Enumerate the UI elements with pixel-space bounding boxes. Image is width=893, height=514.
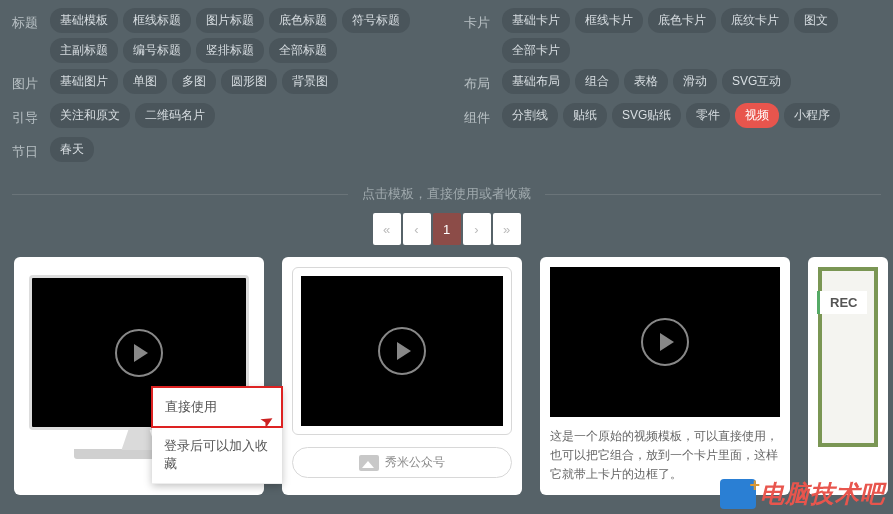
filter-tag[interactable]: 关注和原文 [50, 103, 130, 128]
section-divider: 点击模板，直接使用或者收藏 [0, 185, 893, 203]
login-favorite-menu-item[interactable]: 登录后可以加入收藏 [152, 427, 282, 484]
filter-tag[interactable]: 零件 [686, 103, 730, 128]
filter-tag[interactable]: 框线卡片 [575, 8, 643, 33]
filter-tag[interactable]: 图片标题 [196, 8, 264, 33]
template-card[interactable]: 秀米公众号 [282, 257, 522, 495]
filter-category-label: 节日 [12, 137, 50, 161]
divider-text: 点击模板，直接使用或者收藏 [348, 185, 545, 203]
filter-tag[interactable]: 视频 [735, 103, 779, 128]
filter-tag[interactable]: 图文 [794, 8, 838, 33]
filter-tag[interactable]: 基础模板 [50, 8, 118, 33]
filter-tag[interactable]: 基础卡片 [502, 8, 570, 33]
filter-category-label: 组件 [464, 103, 502, 127]
filter-tag[interactable]: SVG互动 [722, 69, 791, 94]
pagination: « ‹ 1 › » [0, 213, 893, 245]
filter-tag[interactable]: 全部卡片 [502, 38, 570, 63]
filter-tag[interactable]: 底纹卡片 [721, 8, 789, 33]
filter-tag[interactable]: 符号标题 [342, 8, 410, 33]
caption-pill[interactable]: 秀米公众号 [292, 447, 512, 478]
rec-badge: REC [817, 291, 867, 314]
filter-tag[interactable]: 主副标题 [50, 38, 118, 63]
filter-tag[interactable]: 贴纸 [563, 103, 607, 128]
filter-tag[interactable]: SVG贴纸 [612, 103, 681, 128]
watermark-icon [720, 479, 756, 509]
video-preview[interactable] [550, 267, 780, 417]
filter-category-label: 卡片 [464, 8, 502, 32]
video-preview[interactable] [301, 276, 503, 426]
filter-tag[interactable]: 春天 [50, 137, 94, 162]
page-prev-button[interactable]: ‹ [403, 213, 431, 245]
filter-tag[interactable]: 小程序 [784, 103, 840, 128]
template-description: 这是一个原始的视频模板，可以直接使用，也可以把它组合，放到一个卡片里面，这样它就… [550, 427, 780, 485]
page-last-button[interactable]: » [493, 213, 521, 245]
filter-tag[interactable]: 背景图 [282, 69, 338, 94]
watermark: 电脑技术吧 [720, 478, 885, 510]
filter-tag[interactable]: 底色标题 [269, 8, 337, 33]
filter-category-label: 引导 [12, 103, 50, 127]
play-icon [378, 327, 426, 375]
filter-tag[interactable]: 底色卡片 [648, 8, 716, 33]
filter-tag[interactable]: 多图 [172, 69, 216, 94]
template-card[interactable]: 这是一个原始的视频模板，可以直接使用，也可以把它组合，放到一个卡片里面，这样它就… [540, 257, 790, 495]
filter-category-label: 布局 [464, 69, 502, 93]
filter-tag[interactable]: 表格 [624, 69, 668, 94]
use-now-label: 直接使用 [165, 399, 217, 414]
use-now-menu-item[interactable]: 直接使用 ➤ [151, 386, 283, 428]
filter-category-label: 图片 [12, 69, 50, 93]
filter-tag[interactable]: 基础布局 [502, 69, 570, 94]
filter-tag[interactable]: 组合 [575, 69, 619, 94]
filter-tag[interactable]: 圆形图 [221, 69, 277, 94]
page-first-button[interactable]: « [373, 213, 401, 245]
caption-text: 秀米公众号 [385, 454, 445, 471]
play-icon [115, 329, 163, 377]
image-icon [359, 455, 379, 471]
watermark-text: 电脑技术吧 [760, 478, 885, 510]
filter-tag[interactable]: 分割线 [502, 103, 558, 128]
context-menu: 直接使用 ➤ 登录后可以加入收藏 [152, 387, 282, 484]
play-icon [641, 318, 689, 366]
filter-tag[interactable]: 全部标题 [269, 38, 337, 63]
page-number-button[interactable]: 1 [433, 213, 461, 245]
filter-category-label: 标题 [12, 8, 50, 32]
template-card[interactable]: REC [808, 257, 888, 495]
filter-tag[interactable]: 编号标题 [123, 38, 191, 63]
template-card[interactable]: 直接使用 ➤ 登录后可以加入收藏 [14, 257, 264, 495]
filter-tag[interactable]: 竖排标题 [196, 38, 264, 63]
page-next-button[interactable]: › [463, 213, 491, 245]
filter-tag[interactable]: 二维码名片 [135, 103, 215, 128]
filter-tag[interactable]: 滑动 [673, 69, 717, 94]
filter-tag[interactable]: 框线标题 [123, 8, 191, 33]
filter-tag[interactable]: 单图 [123, 69, 167, 94]
filter-tag[interactable]: 基础图片 [50, 69, 118, 94]
